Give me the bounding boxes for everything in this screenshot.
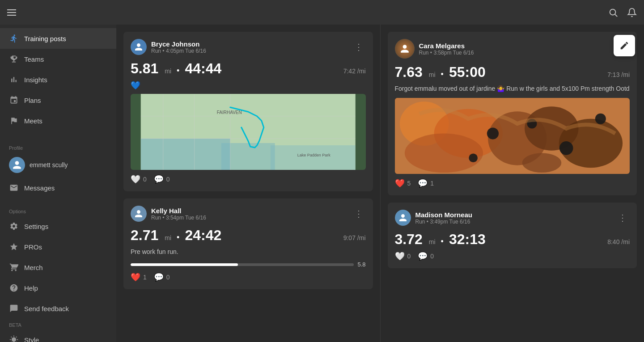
like-button[interactable]: ❤️ 5: [395, 178, 411, 188]
heart-badge: 💙: [131, 80, 366, 90]
sidebar-item-training-posts[interactable]: Training posts: [0, 28, 116, 49]
like-button[interactable]: ❤️ 1: [131, 272, 147, 282]
post-image[interactable]: [395, 98, 630, 174]
sidebar: Training posts Teams Insights Plans: [0, 0, 116, 342]
heart-icon: 🤍: [395, 251, 405, 261]
sidebar-item-label: Merch: [24, 264, 43, 271]
like-button[interactable]: 🤍 0: [131, 174, 147, 184]
profile-item[interactable]: emmett scully: [0, 152, 116, 177]
stat-distance-unit: mi: [165, 68, 171, 75]
svg-rect-4: [221, 143, 275, 170]
stat-distance: 5.81: [131, 60, 158, 77]
post-card: Cara Melgares Run • 3:58pm Tue 6/16 ⋮ 7.…: [388, 32, 637, 195]
comments-count: 0: [166, 274, 170, 281]
avatar: [9, 157, 25, 173]
heart-icon: 🤍: [131, 174, 140, 184]
sidebar-item-label: Teams: [24, 55, 44, 63]
flag-icon: [9, 116, 19, 126]
more-options-button[interactable]: ⋮: [352, 207, 366, 220]
map-container[interactable]: FAIRHAVEN Lake Padden Park: [131, 94, 366, 170]
heart-icon: ❤️: [131, 272, 140, 282]
hamburger-icon[interactable]: [7, 9, 16, 16]
post-stats: 7.63 mi • 55:00 7:13 /mi: [395, 64, 630, 80]
comment-button[interactable]: 💬 1: [418, 178, 434, 188]
post-user: Bryce Johnson Run • 4:05pm Tue 6/16: [131, 39, 206, 55]
profile-name: emmett scully: [30, 161, 68, 169]
sidebar-item-meets[interactable]: Meets: [0, 110, 116, 131]
sidebar-item-pros[interactable]: PROs: [0, 236, 116, 257]
post-user: Kelly Hall Run • 3:54pm Tue 6/16: [131, 206, 206, 222]
post-header: Madison Morneau Run • 3:49pm Tue 6/16 ⋮: [395, 210, 630, 226]
post-user-meta: Run • 3:54pm Tue 6/16: [151, 215, 206, 221]
svg-text:FAIRHAVEN: FAIRHAVEN: [217, 110, 242, 115]
svg-rect-5: [271, 145, 356, 170]
sidebar-item-insights[interactable]: Insights: [0, 69, 116, 90]
sidebar-item-label: PROs: [24, 243, 42, 251]
beta-label: BETA: [0, 319, 116, 329]
comment-button[interactable]: 💬 0: [154, 174, 170, 184]
run-icon: [9, 34, 19, 43]
fab-new-activity[interactable]: [614, 35, 635, 56]
stat-distance: 7.63: [395, 64, 423, 80]
calendar-icon: [9, 95, 19, 105]
sidebar-item-merch[interactable]: Merch: [0, 257, 116, 278]
post-user-name[interactable]: Madison Morneau: [415, 211, 473, 219]
pencil-icon: [619, 41, 629, 51]
stat-pace: 8:40 /mi: [607, 238, 630, 245]
svg-point-0: [610, 9, 616, 15]
avatar[interactable]: [131, 206, 147, 222]
post-user-name[interactable]: Kelly Hall: [151, 207, 206, 215]
envelope-icon: [9, 183, 19, 193]
progress-value: 5.8: [357, 261, 365, 268]
svg-line-1: [615, 14, 617, 17]
avatar[interactable]: [395, 39, 415, 59]
post-actions: 🤍 0 💬 0: [131, 174, 366, 184]
like-button[interactable]: 🤍 0: [395, 251, 411, 261]
post-header: Cara Melgares Run • 3:58pm Tue 6/16 ⋮: [395, 39, 630, 59]
post-actions: ❤️ 5 💬 1: [395, 178, 630, 188]
comment-button[interactable]: 💬 0: [154, 272, 170, 282]
topbar-left: [7, 9, 16, 16]
sidebar-item-settings[interactable]: Settings: [0, 216, 116, 236]
sidebar-nav: Training posts Teams Insights Plans: [0, 25, 116, 135]
post-card: Kelly Hall Run • 3:54pm Tue 6/16 ⋮ 2.71 …: [123, 198, 373, 289]
likes-count: 0: [407, 253, 411, 260]
sidebar-item-label: Meets: [24, 117, 42, 125]
cart-icon: [9, 262, 19, 272]
comment-button[interactable]: 💬 0: [418, 251, 434, 261]
post-actions: ❤️ 1 💬 0: [131, 272, 366, 282]
sidebar-item-messages[interactable]: Messages: [0, 177, 116, 198]
search-icon[interactable]: [608, 8, 618, 17]
post-stats: 2.71 mi • 24:42 9:07 /mi: [131, 227, 366, 244]
post-user: Madison Morneau Run • 3:49pm Tue 6/16: [395, 210, 473, 226]
sidebar-item-label: Plans: [24, 97, 41, 104]
profile-section-label: Profile: [0, 142, 116, 152]
options-section-label: Options: [0, 205, 116, 216]
heart-icon: ❤️: [395, 178, 405, 188]
post-user-name[interactable]: Cara Melgares: [419, 42, 474, 50]
post-user-info: Madison Morneau Run • 3:49pm Tue 6/16: [415, 211, 473, 225]
likes-count: 1: [143, 274, 147, 281]
stat-time: 44:44: [185, 60, 221, 77]
avatar[interactable]: [131, 39, 147, 55]
more-options-button[interactable]: ⋮: [352, 41, 366, 53]
topbar-right: [608, 8, 637, 17]
question-icon: [9, 283, 19, 293]
comment-icon: 💬: [154, 272, 164, 282]
sidebar-item-help[interactable]: Help: [0, 278, 116, 298]
post-user-info: Cara Melgares Run • 3:58pm Tue 6/16: [419, 42, 474, 56]
notification-icon[interactable]: [627, 8, 637, 17]
stat-distance: 2.71: [131, 227, 158, 244]
svg-point-23: [469, 153, 478, 162]
star-icon: [9, 242, 19, 252]
sidebar-item-style[interactable]: Style: [0, 329, 116, 342]
avatar[interactable]: [395, 210, 411, 226]
more-options-button[interactable]: ⋮: [615, 211, 630, 224]
sun-icon: [9, 335, 19, 342]
sidebar-item-teams[interactable]: Teams: [0, 49, 116, 69]
post-user-name[interactable]: Bryce Johnson: [151, 40, 206, 48]
stat-time: 32:13: [449, 231, 486, 248]
sidebar-item-plans[interactable]: Plans: [0, 90, 116, 110]
comments-count: 0: [166, 176, 170, 183]
sidebar-item-send-feedback[interactable]: Send feedback: [0, 298, 116, 319]
